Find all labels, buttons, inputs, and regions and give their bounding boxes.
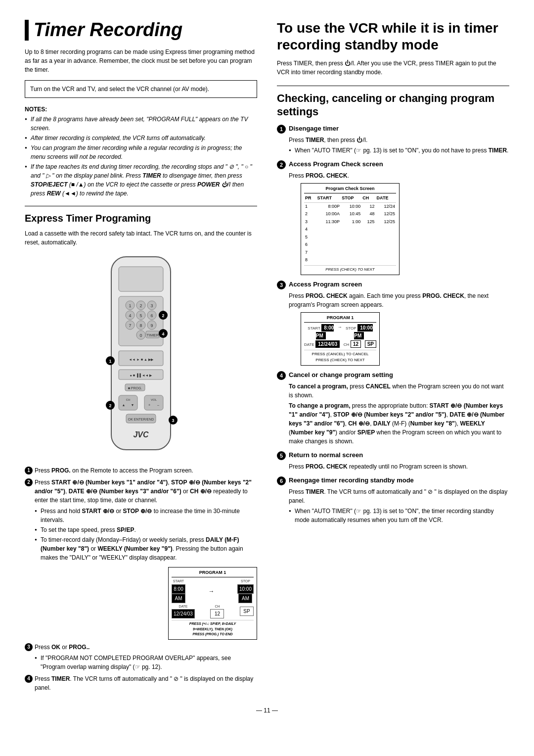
- right-step-heading-6: Reengage timer recording standby mode: [289, 476, 414, 485]
- step-3-sub-1: If "PROGRAM NOT COMPLETED PROGRAM OVERLA…: [35, 654, 257, 671]
- svg-text:JVC: JVC: [133, 430, 149, 439]
- right-step-num-3: 3: [277, 281, 286, 289]
- step-num-2: 2: [25, 478, 33, 486]
- check-table-header: PR START STOP CH DATE: [304, 194, 396, 202]
- right-step-3: 3 Access Program screen Press PROG. CHEC…: [277, 280, 509, 366]
- right-step-body-3: Press PROG. CHECK again. Each time you p…: [289, 291, 509, 366]
- right-step-body-6: Press TIMER. The VCR turns off automatic…: [289, 487, 509, 524]
- notice-box: Turn on the VCR and TV, and select the V…: [25, 80, 257, 98]
- prog-stop-field: STOP 10:00 AM: [237, 579, 254, 603]
- prog-ch-field: CH 12: [210, 604, 224, 619]
- svg-text:8: 8: [139, 323, 142, 328]
- section-divider: [25, 206, 257, 206]
- right-step-6-heading: 6 Reengage timer recording standby mode: [277, 476, 509, 485]
- prog-input-title: PROGRAM 1: [172, 569, 254, 578]
- timer-intro: Press TIMER, then press ⏻/I. After you u…: [277, 59, 509, 77]
- step-2-sub-2: To set the tape speed, press SP/EP.: [35, 525, 257, 534]
- prog1-sp-val: SP: [365, 340, 376, 348]
- prog1-stop-val: 10:00 PM: [354, 324, 372, 339]
- express-steps: 1 Press PROG. on the Remote to access th…: [25, 466, 257, 692]
- check-section-title: Checking, canceling or changing program …: [277, 92, 509, 118]
- check-screen-box: Program Check Screen PR START STOP CH DA…: [301, 183, 400, 275]
- intro-text: Up to 8 timer recording programs can be …: [25, 47, 257, 74]
- right-step-heading-4: Cancel or change program setting: [289, 371, 393, 379]
- check-row-6: 6: [304, 241, 396, 249]
- prog1-title: PROGRAM 1: [304, 315, 376, 323]
- svg-text:6: 6: [150, 313, 153, 318]
- step-3: 3 Press OK or PROG.. If "PROGRAM NOT COM…: [25, 643, 257, 671]
- page-number: — 11 —: [25, 707, 509, 714]
- prog-input-row1: START 8:00 AM → STOP 10:00 AM: [172, 579, 254, 603]
- svg-text:▲: ▲: [122, 403, 126, 407]
- right-step-num-6: 6: [277, 476, 286, 485]
- right-step-2: 2 Access Program Check screen Press PROG…: [277, 160, 509, 275]
- prog-stop-ampm: AM: [238, 594, 252, 603]
- svg-text:2: 2: [109, 403, 111, 408]
- right-divider: [277, 86, 509, 86]
- prog-start-label: START: [173, 579, 184, 584]
- check-row-3: 3 11:30P 1:00 125 12/25: [304, 218, 396, 226]
- note-item-4: If the tape reaches its end during timer…: [25, 162, 257, 198]
- check-row-8: 8: [304, 256, 396, 264]
- svg-text:–: –: [157, 403, 159, 407]
- svg-text:5: 5: [139, 313, 142, 318]
- svg-text:◄◄  ►  ■  ▲  ▶▶: ◄◄ ► ■ ▲ ▶▶: [129, 358, 154, 361]
- svg-text:1: 1: [129, 303, 131, 308]
- prog1-date: DATE 12/24/03: [304, 340, 340, 348]
- svg-text:CH: CH: [126, 398, 131, 401]
- svg-text:TIMER: TIMER: [147, 333, 159, 337]
- note-item-1: If all the 8 programs have already been …: [25, 115, 257, 133]
- right-step-body-4: To cancel a program, press CANCEL when t…: [289, 382, 509, 446]
- right-step-6: 6 Reengage timer recording standby mode …: [277, 476, 509, 524]
- prog1-start-label: START: [308, 326, 320, 331]
- right-step-1-heading: 1 Disengage timer: [277, 124, 509, 134]
- svg-text:0: 0: [139, 333, 142, 338]
- right-step-4-heading: 4 Cancel or change program setting: [277, 371, 509, 380]
- right-step-heading-3: Access Program screen: [289, 280, 362, 289]
- svg-rect-1: [119, 267, 163, 291]
- step-2-sub-1: Press and hold START ⊕/⊖ or STOP ⊕/⊖ to …: [35, 507, 257, 524]
- prog1-press2: PRESS (CHECK) TO NEXT: [315, 358, 364, 362]
- svg-text:■ PROG.: ■ PROG.: [128, 386, 142, 390]
- right-step-3-heading: 3 Access Program screen: [277, 280, 509, 289]
- right-step-5-heading: 5 Return to normal screen: [277, 451, 509, 460]
- check-row-4: 4: [304, 226, 396, 234]
- prog1-stop-label: STOP: [346, 326, 356, 331]
- prog-input-row2: DATE 12/24/03 CH 12 SP: [172, 604, 254, 619]
- check-row-5: 5: [304, 234, 396, 241]
- right-step-num-1: 1: [277, 125, 286, 134]
- svg-text:4: 4: [129, 313, 131, 318]
- prog1-press1: PRESS (CANCEL) TO CANCEL: [312, 352, 369, 356]
- right-step-6-sub: When "AUTO TIMER" (☞ pg. 13) is set to "…: [289, 507, 509, 524]
- right-step-heading-2: Access Program Check screen: [289, 160, 383, 169]
- svg-text:3: 3: [150, 303, 153, 308]
- prog-start-ampm: AM: [172, 594, 185, 603]
- note-item-3: You can program the timer recording whil…: [25, 143, 257, 161]
- prog-date-label: DATE: [178, 604, 187, 610]
- page-layout: Timer Recording Up to 8 timer recording …: [25, 20, 509, 697]
- svg-text:OK  ENTER/END: OK ENTER/END: [128, 418, 154, 421]
- prog-press-text: PRESS (+/–: SP/EP, 8=DAILY 9=WEEKLY), TH…: [172, 620, 254, 637]
- svg-text:▼: ▼: [131, 403, 134, 407]
- right-column: To use the VCR while it is in timer reco…: [277, 20, 509, 697]
- express-intro: Load a cassette with the record safety t…: [25, 229, 257, 247]
- check-row-7: 7: [304, 249, 396, 257]
- prog-input-screen: PROGRAM 1 START 8:00 AM → STOP 10:00 AM: [168, 567, 257, 640]
- svg-text:3: 3: [172, 418, 174, 423]
- prog-stop-label: STOP: [241, 579, 250, 584]
- step-num-1: 1: [25, 467, 33, 474]
- right-step-body-5: Press PROG. CHECK repeatedly until no Pr…: [289, 462, 509, 471]
- note-item-2: After timer recording is completed, the …: [25, 134, 257, 142]
- prog1-press-text: PRESS (CANCEL) TO CANCEL PRESS (CHECK) T…: [304, 350, 376, 363]
- prog1-screen-box: PROGRAM 1 START 8:00 PM → STOP 10:00 PM: [301, 312, 380, 366]
- left-column: Timer Recording Up to 8 timer recording …: [25, 20, 257, 697]
- remote-image-area: 1 2 3 4 5 6 7 8 9: [25, 252, 257, 461]
- right-step-4: 4 Cancel or change program setting To ca…: [277, 371, 509, 446]
- check-row-1: 1 8:00P 10:00 12 12/24: [304, 202, 396, 210]
- prog-start-time: 8:00: [172, 584, 185, 594]
- step-num-3: 3: [25, 643, 33, 651]
- right-step-2-heading: 2 Access Program Check screen: [277, 160, 509, 169]
- svg-text:+: +: [148, 403, 150, 407]
- step-3-sub: If "PROGRAM NOT COMPLETED PROGRAM OVERLA…: [35, 654, 257, 671]
- svg-rect-31: [119, 395, 137, 410]
